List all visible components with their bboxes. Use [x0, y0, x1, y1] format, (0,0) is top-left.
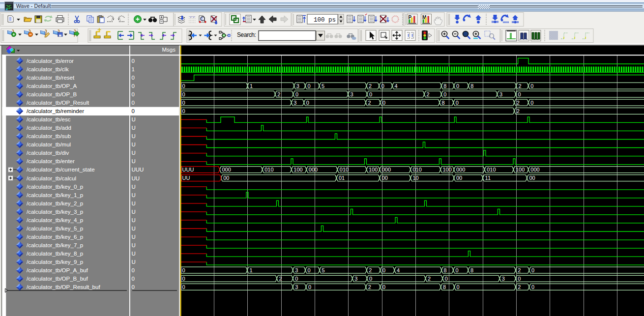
svg-text:0: 0: [182, 276, 185, 282]
svg-text:2: 2: [427, 91, 430, 97]
svg-text:4: 4: [394, 83, 397, 89]
svg-text:0: 0: [182, 100, 185, 106]
svg-text:0: 0: [182, 267, 185, 273]
svg-text:0: 0: [382, 100, 385, 106]
svg-text:0: 0: [182, 108, 185, 114]
svg-text:100: 100: [516, 167, 525, 172]
svg-text:0: 0: [530, 100, 533, 106]
svg-text:010: 010: [264, 167, 273, 172]
svg-text:3: 3: [502, 276, 505, 282]
svg-text:3: 3: [295, 284, 298, 290]
svg-text:0: 0: [382, 267, 385, 273]
svg-text:0: 0: [308, 284, 311, 290]
svg-text:3: 3: [296, 83, 299, 89]
svg-text:0: 0: [182, 91, 185, 97]
svg-text:010: 010: [487, 167, 496, 172]
svg-text:0: 0: [307, 83, 310, 89]
svg-text:5: 5: [322, 83, 324, 89]
svg-text:0: 0: [530, 83, 533, 89]
svg-text:0: 0: [518, 276, 521, 282]
svg-text:0: 0: [518, 91, 521, 97]
svg-text:3: 3: [295, 267, 298, 273]
svg-text:2: 2: [279, 276, 282, 282]
svg-text:00: 00: [382, 175, 388, 181]
svg-text:4: 4: [397, 267, 400, 273]
svg-text:2: 2: [517, 100, 520, 106]
svg-text:1: 1: [250, 83, 253, 89]
svg-text:0: 0: [369, 91, 372, 97]
svg-text:000: 000: [222, 167, 231, 172]
svg-text:3: 3: [354, 276, 357, 282]
svg-text:000: 000: [530, 167, 539, 172]
svg-text:3: 3: [351, 91, 353, 97]
svg-text:2: 2: [518, 83, 521, 89]
svg-text:2: 2: [369, 83, 372, 89]
svg-text:2: 2: [369, 267, 372, 273]
svg-text:2: 2: [518, 284, 521, 290]
svg-text:8: 8: [470, 83, 473, 89]
svg-text:0: 0: [306, 100, 309, 106]
svg-text:00: 00: [456, 175, 462, 181]
svg-text:00: 00: [529, 175, 535, 181]
svg-text:0: 0: [443, 91, 446, 97]
svg-text:2: 2: [277, 91, 280, 97]
svg-text:00: 00: [223, 175, 229, 181]
svg-text:0: 0: [381, 83, 384, 89]
svg-text:8: 8: [444, 267, 447, 273]
svg-text:010: 010: [413, 167, 422, 172]
svg-text:0: 0: [456, 267, 459, 273]
svg-text:0: 0: [369, 276, 372, 282]
svg-text:2: 2: [517, 108, 520, 114]
svg-text:3: 3: [293, 100, 296, 106]
svg-text:8: 8: [443, 284, 446, 290]
svg-text:0: 0: [531, 284, 534, 290]
svg-text:0: 0: [445, 276, 448, 282]
svg-text:000: 000: [382, 167, 391, 172]
svg-text:1: 1: [249, 267, 252, 273]
svg-text:0: 0: [182, 83, 185, 89]
svg-text:3: 3: [499, 91, 502, 97]
svg-text:100: 100: [443, 167, 452, 172]
svg-text:10: 10: [413, 175, 419, 181]
svg-text:0: 0: [182, 284, 185, 290]
svg-text:0: 0: [456, 83, 459, 89]
svg-text:0: 0: [308, 267, 311, 273]
svg-text:0: 0: [382, 284, 385, 290]
svg-text:0: 0: [456, 100, 459, 106]
svg-text:5: 5: [322, 267, 325, 273]
svg-text:8: 8: [443, 83, 446, 89]
svg-text:8: 8: [442, 100, 445, 106]
svg-text:010: 010: [340, 167, 349, 172]
svg-text:2: 2: [428, 276, 431, 282]
svg-text:8: 8: [470, 267, 473, 273]
svg-text:UU: UU: [182, 175, 190, 181]
svg-text:2: 2: [368, 284, 371, 290]
svg-text:0: 0: [531, 267, 534, 273]
svg-text:01: 01: [339, 175, 345, 181]
svg-text:11: 11: [485, 175, 491, 181]
svg-text:100: 100: [293, 167, 302, 172]
svg-text:2: 2: [518, 267, 521, 273]
svg-text:UUU: UUU: [182, 167, 194, 172]
svg-text:0: 0: [295, 276, 298, 282]
svg-text:0: 0: [457, 284, 460, 290]
svg-text:2: 2: [368, 100, 371, 106]
svg-text:000: 000: [456, 167, 465, 172]
svg-text:0: 0: [295, 91, 298, 97]
svg-text:100: 100: [369, 167, 378, 172]
svg-text:000: 000: [309, 167, 318, 172]
